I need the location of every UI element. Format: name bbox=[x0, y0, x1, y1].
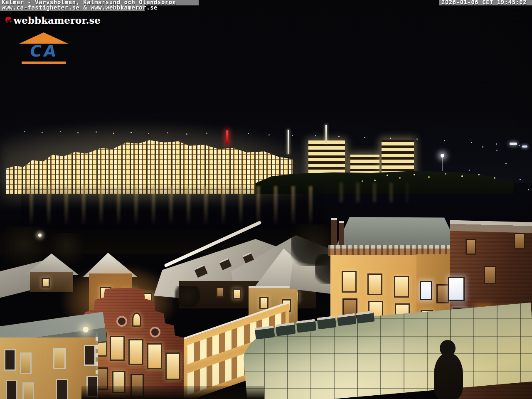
webbkameror-logo: webbkameror.se bbox=[5, 11, 101, 29]
lit-window bbox=[342, 271, 357, 293]
lit-window bbox=[42, 278, 50, 288]
webbkameror-logo-text: webbkameror.se bbox=[14, 15, 101, 26]
bare-tree bbox=[175, 286, 200, 307]
lit-mast bbox=[325, 125, 327, 143]
snow-cornice bbox=[450, 220, 532, 233]
distant-bright-light bbox=[510, 143, 517, 145]
arched-gable-window bbox=[132, 313, 141, 327]
roof-vent-unit bbox=[337, 313, 357, 326]
round-gable-ornament bbox=[116, 316, 127, 327]
roof-vent-unit bbox=[317, 315, 336, 329]
lit-window bbox=[233, 288, 241, 299]
bare-tree bbox=[0, 227, 48, 266]
red-beacon-light bbox=[226, 130, 228, 144]
distant-bright-light bbox=[522, 145, 527, 148]
roof-vent-unit bbox=[275, 322, 296, 336]
lit-window bbox=[22, 382, 34, 399]
chimney bbox=[331, 218, 337, 249]
lit-window bbox=[448, 277, 465, 301]
dim-window bbox=[514, 233, 525, 249]
round-gable-ornament bbox=[150, 327, 160, 337]
lit-window bbox=[128, 339, 143, 365]
street-light bbox=[38, 234, 42, 237]
water-reflection-fade bbox=[21, 185, 322, 229]
lit-window bbox=[420, 281, 432, 300]
lit-window bbox=[394, 276, 409, 298]
dim-window bbox=[484, 266, 496, 284]
facade-lamp bbox=[83, 327, 89, 332]
webcam-frame: Kalmar - Varvsholmen, Kalmarsund och Öla… bbox=[0, 0, 532, 399]
window bbox=[84, 345, 96, 366]
lit-window bbox=[165, 352, 180, 380]
roof-vent-unit bbox=[296, 319, 316, 332]
window bbox=[6, 380, 17, 399]
harbor-mast-light bbox=[441, 154, 444, 158]
camera-subtitle-urls: www.ca-fastigheter.se & www.webbkameror.… bbox=[2, 5, 158, 10]
lit-window bbox=[367, 273, 382, 295]
lit-window bbox=[147, 343, 162, 369]
timestamp: 2026-01-06 CET 19:45:02 bbox=[441, 0, 527, 5]
dim-window bbox=[436, 284, 449, 303]
ca-logo-bar bbox=[22, 62, 66, 64]
snow-hipped-roof bbox=[335, 217, 459, 249]
roof-vent-unit bbox=[254, 325, 275, 339]
lit-mast bbox=[288, 130, 289, 154]
street-shadow bbox=[81, 386, 264, 399]
globe-icon bbox=[5, 11, 13, 29]
island-lights bbox=[374, 180, 376, 181]
ca-logo-letters: CA bbox=[21, 43, 66, 59]
lit-window bbox=[110, 336, 125, 361]
lit-window bbox=[259, 297, 268, 309]
chimney bbox=[339, 221, 344, 248]
harbor-mast bbox=[442, 157, 443, 171]
roof-vent-unit bbox=[356, 311, 375, 324]
window bbox=[56, 379, 68, 399]
lit-window bbox=[53, 348, 66, 369]
ca-fastigheter-logo: CA bbox=[18, 32, 70, 66]
water-reflections bbox=[332, 183, 407, 202]
window bbox=[4, 349, 16, 371]
dim-window bbox=[216, 287, 224, 298]
dim-window bbox=[466, 239, 476, 255]
lit-window bbox=[20, 352, 32, 374]
statue-silhouette bbox=[434, 353, 463, 399]
